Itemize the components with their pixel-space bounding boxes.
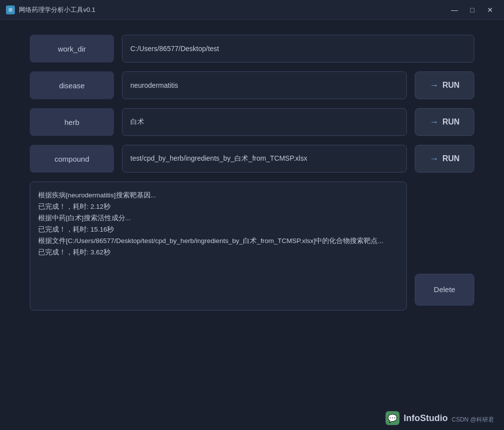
log-line: 已完成！，耗时: 2.12秒 <box>38 201 398 213</box>
log-line: 根据文件[C:/Users/86577/Desktop/test/cpd_by_… <box>38 236 398 247</box>
compound-run-arrow: → <box>430 154 439 164</box>
log-section: 根据疾病[neurodermatitis]搜索靶基因...已完成！，耗时: 2.… <box>30 182 474 397</box>
delete-button[interactable]: Delete <box>415 274 474 306</box>
disease-run-label: RUN <box>443 81 460 90</box>
log-box: 根据疾病[neurodermatitis]搜索靶基因...已完成！，耗时: 2.… <box>30 182 407 310</box>
log-line: 已完成！，耗时: 3.62秒 <box>38 247 398 258</box>
log-line: 已完成！，耗时: 15.16秒 <box>38 224 398 236</box>
main-content: work_dir disease → RUN herb → RUN compou… <box>0 20 504 407</box>
herb-run-arrow: → <box>430 117 439 127</box>
disease-run-button[interactable]: → RUN <box>415 71 474 99</box>
disease-label: disease <box>30 71 114 99</box>
herb-run-label: RUN <box>443 118 460 126</box>
app-icon: ⊞ <box>6 5 15 14</box>
log-line: 根据疾病[neurodermatitis]搜索靶基因... <box>38 190 398 201</box>
window-controls: — □ ✕ <box>447 3 498 17</box>
herb-label: herb <box>30 108 114 136</box>
disease-run-arrow: → <box>430 80 439 91</box>
work-dir-label: work_dir <box>30 35 114 62</box>
work-dir-input[interactable] <box>122 35 474 62</box>
herb-input[interactable] <box>122 108 407 136</box>
herb-row: herb → RUN <box>30 108 474 136</box>
work-dir-row: work_dir <box>30 35 474 62</box>
title-bar: ⊞ 网络药理学分析小工具v0.1 — □ ✕ <box>0 0 504 20</box>
app-title: 网络药理学分析小工具v0.1 <box>19 5 447 14</box>
footer-brand: InfoStudio <box>403 413 448 424</box>
footer-sub: CSDN @科研君 <box>451 416 494 424</box>
herb-run-button[interactable]: → RUN <box>415 108 474 136</box>
maximize-button[interactable]: □ <box>464 3 480 17</box>
footer-logo-icon: 💬 <box>386 411 399 425</box>
disease-input[interactable] <box>122 71 407 99</box>
disease-row: disease → RUN <box>30 71 474 99</box>
footer: 💬 InfoStudio CSDN @科研君 <box>0 407 504 430</box>
compound-row: compound → RUN <box>30 145 474 173</box>
log-line: 根据中药[白术]搜索活性成分... <box>38 213 398 224</box>
minimize-button[interactable]: — <box>447 3 462 17</box>
compound-run-label: RUN <box>443 154 460 163</box>
compound-input[interactable] <box>122 145 407 173</box>
compound-label: compound <box>30 145 114 173</box>
close-button[interactable]: ✕ <box>482 3 498 17</box>
compound-run-button[interactable]: → RUN <box>415 145 474 173</box>
